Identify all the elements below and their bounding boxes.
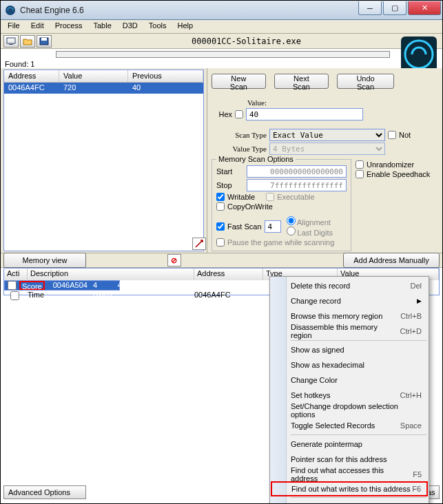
open-process-button[interactable] [3, 35, 19, 48]
writable-checkbox[interactable] [216, 193, 225, 201]
stop-icon[interactable]: ⊘ [167, 254, 181, 266]
not-checkbox[interactable] [388, 131, 396, 139]
save-button[interactable] [37, 35, 52, 48]
close-button[interactable]: ✕ [408, 1, 441, 15]
col-previous[interactable]: Previous [128, 70, 203, 82]
context-item[interactable]: Show as signed [271, 342, 427, 357]
context-menu: Delete this recordDelChange record▶Brows… [269, 276, 429, 504]
menu-help[interactable]: Help [172, 20, 198, 33]
context-item[interactable]: Show as hexadecimal [271, 357, 427, 372]
context-item[interactable]: Browse this memory regionCtrl+B [271, 308, 427, 324]
scan-progress [56, 51, 390, 58]
folder-icon [23, 37, 32, 45]
row-active-checkbox[interactable] [10, 291, 19, 300]
row-active-checkbox[interactable] [8, 281, 17, 290]
context-item[interactable]: Generate pointermap [271, 437, 427, 452]
writable-label: Writable [227, 193, 255, 201]
alignment-label: Alignment [297, 218, 331, 227]
not-label: Not [399, 131, 411, 139]
context-item-label: Generate pointermap [291, 440, 362, 448]
pause-checkbox[interactable] [216, 238, 225, 246]
hex-label: Hex [212, 110, 232, 118]
menu-process[interactable]: Process [50, 20, 88, 33]
process-name: 000001CC-Solitaire.exe [53, 36, 440, 46]
hex-checkbox[interactable] [235, 110, 243, 118]
lastdigits-radio[interactable] [287, 227, 296, 235]
memory-view-button[interactable]: Memory view [3, 253, 86, 268]
result-previous: 40 [128, 83, 203, 94]
fastscan-value[interactable] [265, 220, 281, 233]
scan-type-select[interactable]: Exact Value [269, 129, 385, 141]
context-item[interactable]: Change Color [271, 372, 427, 388]
row-addr: 0046A504 [50, 281, 90, 290]
col-address[interactable]: Address [4, 70, 59, 82]
col-addr[interactable]: Address [194, 269, 263, 280]
advanced-options-button[interactable]: Advanced Options [3, 485, 86, 499]
context-item[interactable]: Change record▶ [271, 293, 427, 308]
context-item[interactable]: Find out what accesses this addressF5 [271, 467, 427, 482]
context-item[interactable]: Set/Change dropdown selection options [271, 403, 427, 418]
add-address-button[interactable]: Add Address Manually [343, 253, 440, 268]
menu-tools[interactable]: Tools [143, 20, 172, 33]
menu-edit[interactable]: Edit [25, 20, 50, 33]
start-input [247, 165, 347, 178]
menu-file[interactable]: File [2, 20, 25, 33]
stop-label: Stop [216, 181, 244, 189]
results-header: Address Value Previous [4, 70, 203, 83]
context-item[interactable]: Set hotkeysCtrl+H [271, 388, 427, 403]
context-item-label: Change Color [291, 376, 338, 384]
start-label: Start [216, 167, 244, 176]
table-row[interactable]: Score 0046A504 4 Bytes 4866 [4, 280, 120, 291]
row-val: 4866 [114, 281, 136, 290]
context-item[interactable]: Recalculate new addresses [271, 499, 427, 504]
executable-checkbox[interactable] [266, 193, 274, 201]
col-active[interactable]: Acti [4, 269, 28, 280]
context-item-label: Set hotkeys [291, 391, 330, 399]
context-item-label: Pointer scan for this address [291, 455, 387, 463]
context-item[interactable]: Delete this recordDel [271, 278, 427, 293]
menubar: File Edit Process Table D3D Tools Help [1, 20, 442, 34]
maximize-button[interactable]: ▢ [383, 1, 406, 15]
fastscan-checkbox[interactable] [216, 222, 225, 231]
svg-point-0 [6, 6, 15, 15]
context-shortcut: Space [400, 421, 422, 430]
context-shortcut: Ctrl+B [400, 312, 422, 320]
unrandomizer-checkbox[interactable] [356, 160, 364, 169]
result-row[interactable]: 0046A4FC 720 40 [4, 83, 203, 94]
value-label: Value: [212, 98, 267, 107]
window-title: Cheat Engine 6.6 [20, 6, 358, 15]
context-item-label: Set/Change dropdown selection options [291, 402, 422, 419]
minimize-button[interactable]: ─ [358, 1, 382, 15]
undo-scan-button[interactable]: Undo Scan [337, 74, 394, 89]
titlebar: Cheat Engine 6.6 ─ ▢ ✕ [1, 1, 442, 20]
value-input[interactable] [246, 108, 363, 120]
alignment-radio[interactable] [287, 216, 296, 225]
next-scan-button[interactable]: Next Scan [274, 74, 329, 89]
row-desc: Score [19, 281, 45, 290]
context-shortcut: Ctrl+H [400, 391, 422, 399]
toolbar: 000001CC-Solitaire.exe [1, 34, 442, 49]
unrandomizer-label: Unrandomizer [367, 160, 414, 169]
open-file-button[interactable] [20, 35, 35, 48]
context-item-label: Toggle Selected Records [291, 421, 375, 430]
new-scan-button[interactable]: New Scan [212, 74, 266, 89]
cow-checkbox[interactable] [216, 202, 225, 211]
found-count: Found: 1 [1, 60, 442, 68]
computer-icon [6, 37, 16, 45]
menu-table[interactable]: Table [87, 20, 116, 33]
value-type-select: 4 Bytes [269, 143, 385, 155]
speedhack-icon[interactable] [192, 238, 206, 250]
speedhack-checkbox[interactable] [356, 170, 364, 178]
col-value[interactable]: Value [59, 70, 128, 82]
context-item[interactable]: Find out what writes to this addressF6 [271, 481, 428, 496]
menu-d3d[interactable]: D3D [117, 20, 143, 33]
context-item[interactable]: Toggle Selected RecordsSpace [271, 418, 427, 433]
col-desc[interactable]: Description [28, 269, 194, 280]
context-shortcut: F6 [412, 485, 421, 493]
context-item[interactable]: Disassemble this memory regionCtrl+D [271, 324, 427, 339]
scan-results[interactable]: Address Value Previous 0046A4FC 720 40 [3, 70, 204, 251]
value-type-label: Value Type [212, 145, 267, 153]
disk-icon [39, 37, 49, 45]
context-item[interactable]: Pointer scan for this address [271, 452, 427, 467]
svg-rect-1 [7, 38, 15, 43]
